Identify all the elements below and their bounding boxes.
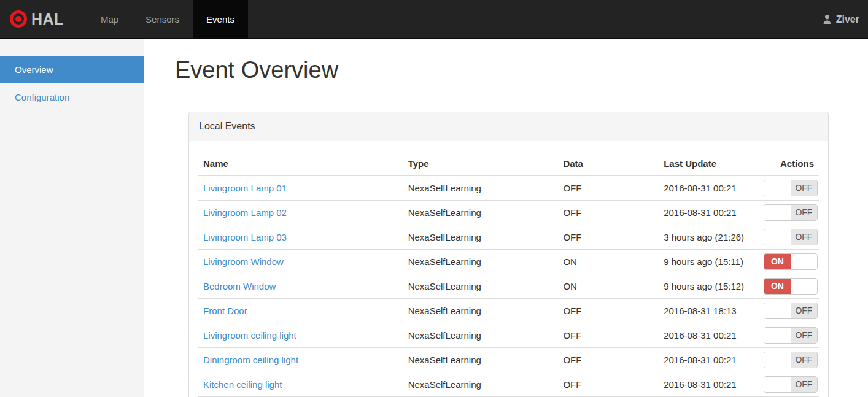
event-last-update: 2016-08-31 00:21 xyxy=(659,201,759,225)
column-header: Name xyxy=(198,150,403,175)
toggle-switch[interactable]: OFF xyxy=(764,180,818,196)
event-type: NexaSelfLearning xyxy=(403,323,559,348)
event-data: OFF xyxy=(558,372,659,397)
user-icon xyxy=(822,14,832,25)
event-name-link[interactable]: Front Door xyxy=(203,306,247,316)
event-last-update: 2016-08-31 00:21 xyxy=(659,323,759,348)
event-data: OFF xyxy=(558,201,659,225)
event-last-update: 2016-08-31 18:13 xyxy=(659,299,759,323)
toggle-switch[interactable]: OFF xyxy=(764,229,818,245)
toggle-switch[interactable]: ON xyxy=(764,253,818,270)
event-name-link[interactable]: Livingroom ceiling light xyxy=(203,330,296,341)
toggle-left xyxy=(764,229,791,245)
toggle-right: OFF xyxy=(791,377,817,392)
toggle-right: OFF xyxy=(791,352,817,368)
table-row: Livingroom Lamp 01 NexaSelfLearning OFF … xyxy=(198,175,819,201)
event-type: NexaSelfLearning xyxy=(403,201,559,225)
top-navbar: HAL MapSensorsEvents Ziver xyxy=(0,0,868,39)
nav-item-events[interactable]: Events xyxy=(193,0,248,38)
toggle-left xyxy=(764,205,791,220)
event-last-update: 2016-08-31 00:21 xyxy=(659,372,759,397)
table-row: Bedroom Window NexaSelfLearning ON 9 hou… xyxy=(198,274,819,299)
column-header: Data xyxy=(558,150,659,175)
column-header: Type xyxy=(403,150,559,175)
user-menu[interactable]: Ziver xyxy=(822,0,859,39)
brand-label: HAL xyxy=(31,10,64,28)
event-last-update: 9 hours ago (15:11) xyxy=(659,250,759,274)
event-data: OFF xyxy=(558,225,659,250)
navbar-menu: MapSensorsEvents xyxy=(87,0,248,38)
column-header: Actions xyxy=(759,150,819,175)
event-data: OFF xyxy=(558,175,659,201)
toggle-left xyxy=(764,303,791,318)
table-row: Livingroom Lamp 02 NexaSelfLearning OFF … xyxy=(198,201,819,225)
column-header: Last Update xyxy=(659,150,759,175)
toggle-left xyxy=(764,180,791,196)
toggle-left xyxy=(764,377,791,392)
event-name-link[interactable]: Kitchen ceiling light xyxy=(203,379,282,390)
toggle-left xyxy=(764,328,791,343)
event-name-link[interactable]: Livingroom Lamp 01 xyxy=(203,183,287,193)
brand[interactable]: HAL xyxy=(0,0,77,38)
local-events-panel: Local Events NameTypeDataLast UpdateActi… xyxy=(188,112,829,397)
toggle-switch[interactable]: ON xyxy=(764,278,818,295)
event-data: ON xyxy=(558,274,659,299)
event-name-link[interactable]: Bedroom Window xyxy=(203,281,276,291)
event-type: NexaSelfLearning xyxy=(403,299,559,323)
event-type: NexaSelfLearning xyxy=(403,274,559,299)
toggle-right: OFF xyxy=(791,205,817,220)
event-type: NexaSelfLearning xyxy=(403,348,559,372)
event-data: OFF xyxy=(558,299,659,323)
toggle-left: ON xyxy=(764,279,791,294)
event-data: ON xyxy=(558,250,659,274)
toggle-right: OFF xyxy=(791,229,817,245)
table-row: Livingroom ceiling light NexaSelfLearnin… xyxy=(198,323,819,348)
event-type: NexaSelfLearning xyxy=(403,225,559,250)
table-row: Kitchen ceiling light NexaSelfLearning O… xyxy=(198,372,819,397)
table-row: Diningroom ceiling light NexaSelfLearnin… xyxy=(198,348,819,372)
table-row: Livingroom Lamp 03 NexaSelfLearning OFF … xyxy=(198,225,819,250)
toggle-switch[interactable]: OFF xyxy=(764,352,818,368)
toggle-switch[interactable]: OFF xyxy=(764,204,818,221)
nav-item-map[interactable]: Map xyxy=(87,0,132,38)
event-name-link[interactable]: Diningroom ceiling light xyxy=(203,355,298,365)
toggle-right: OFF xyxy=(791,328,817,343)
toggle-switch[interactable]: OFF xyxy=(764,376,818,393)
bullseye-icon xyxy=(10,10,27,28)
event-type: NexaSelfLearning xyxy=(403,250,559,274)
panel-title: Local Events xyxy=(189,112,828,141)
event-last-update: 2016-08-31 00:21 xyxy=(659,348,759,372)
main-content: Event Overview Local Events NameTypeData… xyxy=(144,39,868,397)
toggle-right: OFF xyxy=(791,180,817,196)
event-data: OFF xyxy=(558,323,659,348)
toggle-left: ON xyxy=(764,254,791,269)
events-table: NameTypeDataLast UpdateActions Livingroo… xyxy=(198,150,819,397)
toggle-left xyxy=(764,352,791,368)
toggle-switch[interactable]: OFF xyxy=(764,303,818,319)
event-type: NexaSelfLearning xyxy=(403,372,559,397)
page-title: Event Overview xyxy=(175,57,841,93)
event-last-update: 3 hours ago (21:26) xyxy=(659,225,759,250)
table-row: Front Door NexaSelfLearning OFF 2016-08-… xyxy=(198,299,819,323)
event-last-update: 9 hours ago (15:12) xyxy=(659,274,759,299)
event-last-update: 2016-08-31 00:21 xyxy=(659,175,759,201)
panel-body: NameTypeDataLast UpdateActions Livingroo… xyxy=(189,141,828,397)
event-name-link[interactable]: Livingroom Lamp 03 xyxy=(203,232,287,242)
toggle-right xyxy=(791,254,817,269)
table-row: Livingroom Window NexaSelfLearning ON 9 … xyxy=(198,250,819,274)
sidebar: OverviewConfiguration xyxy=(0,39,144,397)
toggle-right: OFF xyxy=(791,303,817,318)
toggle-right xyxy=(791,279,817,294)
sidebar-item-configuration[interactable]: Configuration xyxy=(0,83,144,111)
username-label: Ziver xyxy=(836,14,859,25)
sidebar-item-overview[interactable]: Overview xyxy=(0,56,144,83)
toggle-switch[interactable]: OFF xyxy=(764,327,818,344)
event-name-link[interactable]: Livingroom Window xyxy=(203,256,284,267)
event-data: OFF xyxy=(558,348,659,372)
event-name-link[interactable]: Livingroom Lamp 02 xyxy=(203,207,287,218)
nav-item-sensors[interactable]: Sensors xyxy=(132,0,193,38)
event-type: NexaSelfLearning xyxy=(403,175,559,201)
